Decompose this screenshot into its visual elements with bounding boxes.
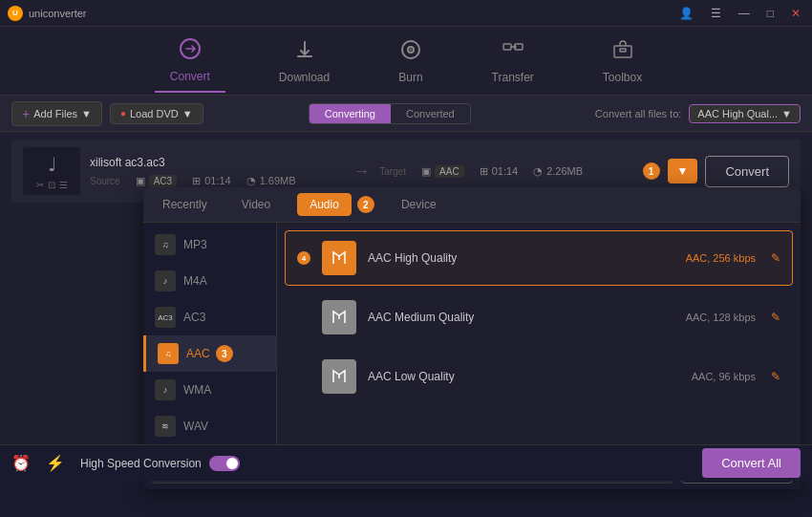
step-4-badge: 4 <box>297 251 310 265</box>
target-format-icon: ▣ <box>421 165 431 178</box>
toolbar: + Add Files ▼ ● Load DVD ▼ Converting Co… <box>0 96 812 132</box>
format-mp3[interactable]: ♫ MP3 <box>143 226 276 263</box>
nav-transfer-label: Transfer <box>492 71 534 84</box>
low-quality-edit-icon[interactable]: ✎ <box>771 370 780 383</box>
format-wav[interactable]: ≋ WAV <box>143 408 276 444</box>
tab-audio[interactable]: Audio <box>297 193 352 216</box>
convert-nav-icon <box>179 37 202 66</box>
plus-icon: + <box>22 106 30 121</box>
spacer2 <box>297 370 310 383</box>
tab-recently[interactable]: Recently <box>155 194 215 215</box>
nav-burn[interactable]: Burn <box>383 31 438 92</box>
quality-low-option[interactable]: AAC Low Quality AAC, 96 kbps ✎ <box>285 349 793 404</box>
ac3-icon: AC3 <box>155 307 176 328</box>
load-dvd-label: Load DVD <box>130 108 179 119</box>
converting-tab[interactable]: Converting <box>310 104 391 123</box>
tab-audio-container: Audio 2 <box>297 193 374 216</box>
speed-text: High Speed Conversion <box>80 457 202 470</box>
convert-button[interactable]: Convert <box>705 156 789 187</box>
target-size-value: 2.26MB <box>546 165 583 177</box>
speed-toggle[interactable] <box>209 456 240 471</box>
nav-toolbox-label: Toolbox <box>603 71 642 84</box>
minimize-button[interactable]: — <box>735 5 754 22</box>
target-size: ◔ 2.26MB <box>533 165 583 178</box>
duration-icon: ⊞ <box>192 175 201 187</box>
file-info: xilisoft ac3.ac3 Source ▣ AC3 ⊞ 01:14 ◔ … <box>90 156 343 187</box>
app-name: uniconverter <box>29 8 87 19</box>
cut-icon[interactable]: ✂ <box>36 180 44 190</box>
format-body: ♫ MP3 ♪ M4A AC3 AC3 ♫ AAC 3 <box>143 223 801 452</box>
load-dvd-button[interactable]: ● Load DVD ▼ <box>110 103 203 124</box>
svg-rect-7 <box>620 49 626 52</box>
arrow-section: → <box>353 162 370 182</box>
m4a-label: M4A <box>183 274 207 288</box>
wav-label: WAV <box>183 420 208 433</box>
tab-video[interactable]: Video <box>234 194 278 215</box>
nav-toolbox[interactable]: Toolbox <box>588 31 657 92</box>
load-dvd-arrow[interactable]: ▼ <box>182 108 193 119</box>
spacer <box>297 311 310 324</box>
high-quality-icon <box>322 241 356 275</box>
high-quality-edit-icon[interactable]: ✎ <box>771 251 780 265</box>
user-icon[interactable]: 👤 <box>675 5 697 22</box>
format-dropdown-button[interactable]: ▼ <box>668 159 698 183</box>
transfer-nav-icon <box>502 38 524 67</box>
statusbar: ⏰ ⚡ High Speed Conversion Convert All <box>0 444 812 481</box>
convert-all-select[interactable]: AAC High Qual... ▼ <box>689 104 801 123</box>
format-options: 4 AAC High Quality AAC, 256 kbps ✎ <box>277 223 801 452</box>
source-size: ◔ 1.69MB <box>246 175 296 187</box>
convert-all-to-label: Convert all files to: <box>595 108 681 119</box>
mp3-label: MP3 <box>183 238 207 251</box>
medium-quality-label: AAC Medium Quality <box>368 311 674 324</box>
converted-tab[interactable]: Converted <box>391 104 470 123</box>
format-m4a[interactable]: ♪ M4A <box>143 263 276 299</box>
wma-label: WMA <box>183 383 211 397</box>
bolt-icon: ⚡ <box>46 454 65 472</box>
svg-point-3 <box>410 49 412 51</box>
size-icon: ◔ <box>246 175 256 187</box>
target-duration-value: 01:14 <box>492 165 519 177</box>
menu-icon[interactable]: ☰ <box>707 5 725 22</box>
add-files-button[interactable]: + Add Files ▼ <box>11 101 102 126</box>
main-area: ♩ ✂ ⊡ ☰ xilisoft ac3.ac3 Source ▣ AC3 ⊞ … <box>0 132 812 481</box>
target-duration-icon: ⊞ <box>480 165 488 178</box>
file-name: xilisoft ac3.ac3 <box>90 156 343 169</box>
svg-rect-4 <box>503 44 511 50</box>
add-files-label: Add Files <box>33 108 77 119</box>
medium-quality-edit-icon[interactable]: ✎ <box>771 311 780 324</box>
nav-convert[interactable]: Convert <box>155 30 225 93</box>
aac-row: AAC 3 <box>186 345 233 362</box>
nav-transfer[interactable]: Transfer <box>477 31 549 92</box>
format-wma[interactable]: ♪ WMA <box>143 372 276 408</box>
crop-icon[interactable]: ⊡ <box>48 180 55 190</box>
file-target-info: Target ▣ AAC ⊞ 01:14 ◔ 2.26MB <box>379 165 632 178</box>
nav-burn-label: Burn <box>398 71 422 84</box>
high-quality-detail: AAC, 256 kbps <box>686 252 756 264</box>
quality-high-option[interactable]: 4 AAC High Quality AAC, 256 kbps ✎ <box>285 230 793 286</box>
source-label: Source <box>90 176 120 186</box>
step-2-badge: 2 <box>357 196 374 213</box>
high-quality-label: AAC High Quality <box>368 251 674 265</box>
converting-tabs: Converting Converted <box>309 103 471 124</box>
file-target-meta: Target ▣ AAC ⊞ 01:14 ◔ 2.26MB <box>379 165 632 178</box>
convert-arrow-icon: → <box>353 162 370 182</box>
quality-medium-option[interactable]: AAC Medium Quality AAC, 128 kbps ✎ <box>285 290 793 345</box>
add-files-dropdown-arrow[interactable]: ▼ <box>81 108 92 119</box>
aac-label: AAC <box>186 347 210 360</box>
convert-all-button[interactable]: Convert All <box>702 448 801 478</box>
format-aac[interactable]: ♫ AAC 3 <box>143 335 276 372</box>
format-icon: ▣ <box>136 175 145 187</box>
titlebar-right: 👤 ☰ — □ ✕ <box>675 5 804 22</box>
close-button[interactable]: ✕ <box>787 5 804 22</box>
file-source-meta: Source ▣ AC3 ⊞ 01:14 ◔ 1.69MB <box>90 175 343 187</box>
low-quality-icon <box>322 359 356 394</box>
settings-icon[interactable]: ☰ <box>59 180 68 190</box>
format-ac3[interactable]: AC3 AC3 <box>143 299 276 335</box>
source-format: ▣ AC3 <box>136 175 177 187</box>
ac3-label: AC3 <box>183 311 205 324</box>
tab-device[interactable]: Device <box>394 194 444 215</box>
nav-download[interactable]: Download <box>264 31 345 92</box>
target-format-badge: AAC <box>435 165 464 178</box>
convert-all-arrow: ▼ <box>781 108 792 119</box>
maximize-button[interactable]: □ <box>763 5 778 22</box>
